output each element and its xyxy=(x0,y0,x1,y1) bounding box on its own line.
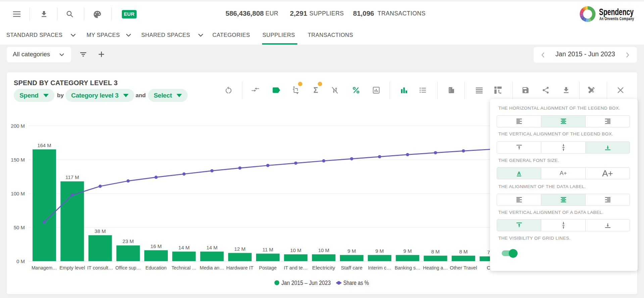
svg-text:Staff care: Staff care xyxy=(341,265,363,271)
svg-text:IT and te…: IT and te… xyxy=(284,265,308,271)
svg-text:Interim c…: Interim c… xyxy=(368,265,391,271)
svg-text:Heating a…: Heating a… xyxy=(423,265,448,271)
svg-text:Postage: Postage xyxy=(259,265,277,271)
svg-text:200 M: 200 M xyxy=(11,123,25,129)
svg-text:Hardware IT: Hardware IT xyxy=(226,265,253,271)
svg-text:0 M: 0 M xyxy=(16,258,25,264)
svg-text:Share as %: Share as % xyxy=(343,280,369,286)
svg-text:14 M: 14 M xyxy=(206,245,217,250)
svg-text:23 M: 23 M xyxy=(122,238,134,244)
svg-text:9 M: 9 M xyxy=(347,248,356,254)
svg-text:Media an…: Media an… xyxy=(200,265,224,271)
svg-text:Managem…: Managem… xyxy=(32,265,57,271)
svg-text:10 M: 10 M xyxy=(290,247,301,253)
svg-text:Other Travel: Other Travel xyxy=(450,265,477,271)
svg-text:10 M: 10 M xyxy=(318,247,329,253)
svg-text:16 M: 16 M xyxy=(150,243,161,249)
svg-text:117 M: 117 M xyxy=(65,174,79,180)
svg-text:100 M: 100 M xyxy=(11,191,25,196)
svg-text:11 M: 11 M xyxy=(262,247,273,252)
svg-text:IT consult…: IT consult… xyxy=(87,265,113,271)
svg-text:Σ: Σ xyxy=(313,86,318,94)
svg-text:Office sup…: Office sup… xyxy=(115,265,141,271)
svg-text:12 M: 12 M xyxy=(234,246,245,252)
svg-text:150 M: 150 M xyxy=(11,157,25,163)
svg-text:Empty level: Empty level xyxy=(59,265,85,271)
svg-text:Banking s…: Banking s… xyxy=(395,265,420,271)
svg-text:Education: Education xyxy=(146,265,167,271)
svg-text:Jan 2015 – Jun 2023: Jan 2015 – Jun 2023 xyxy=(282,280,331,286)
svg-text:164 M: 164 M xyxy=(37,142,51,148)
svg-text:9 M: 9 M xyxy=(376,248,384,254)
svg-text:8 M: 8 M xyxy=(431,249,440,254)
svg-text:8 M: 8 M xyxy=(459,249,467,254)
svg-text:9 M: 9 M xyxy=(403,248,412,254)
svg-text:38 M: 38 M xyxy=(95,228,106,234)
svg-text:Electricity: Electricity xyxy=(312,265,335,271)
svg-text:50 M: 50 M xyxy=(14,225,25,230)
svg-text:14 M: 14 M xyxy=(179,245,190,250)
svg-text:Technical …: Technical … xyxy=(171,265,196,271)
